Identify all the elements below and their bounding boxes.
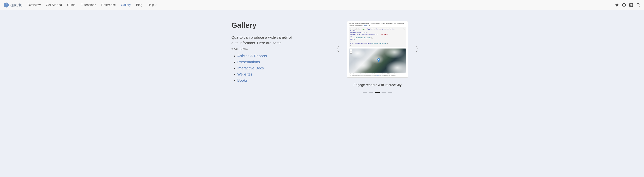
list-item: Books (237, 78, 292, 83)
chevron-down-icon (155, 4, 157, 6)
svg-point-4 (378, 59, 379, 60)
indicator-4[interactable] (388, 92, 392, 93)
nav-help-dropdown[interactable]: Help (148, 3, 157, 7)
carousel: Including Jupyter Widgets within a Quart… (304, 21, 452, 93)
list-item: Websites (237, 72, 292, 76)
intro-text: Quarto can produce a wide variety of out… (231, 35, 292, 51)
carousel-caption: Engage readers with interactivity (354, 83, 402, 87)
card-intro: Including Jupyter Widgets within a Quart… (349, 23, 406, 27)
nav-extensions[interactable]: Extensions (81, 3, 96, 7)
list-item: Articles & Reports (237, 54, 292, 58)
zoom-out-button[interactable]: − (350, 52, 352, 53)
nav-links: Overview Get Started Guide Extensions Re… (28, 3, 157, 7)
nav-get-started[interactable]: Get Started (46, 3, 62, 7)
nav-gallery[interactable]: Gallery (121, 3, 131, 7)
link-books[interactable]: Books (237, 78, 248, 82)
nav-reference[interactable]: Reference (101, 3, 116, 7)
nav-guide[interactable]: Guide (67, 3, 76, 7)
svg-point-2 (637, 3, 640, 6)
chevron-left-icon (336, 46, 340, 52)
chevron-right-icon (415, 46, 419, 52)
map-widget[interactable]: + − (349, 49, 406, 73)
indicator-1[interactable] (369, 92, 374, 93)
carousel-indicators (363, 92, 392, 93)
map-marker-icon[interactable] (377, 58, 380, 63)
map-zoom-controls: + − (350, 49, 352, 54)
brand-name: quarto (10, 3, 22, 8)
code-block: from ipyleaflet import Map, Marker, base… (349, 27, 406, 48)
navbar-left: quarto Overview Get Started Guide Extens… (4, 3, 157, 8)
link-presentations[interactable]: Presentations (237, 60, 260, 64)
indicator-3[interactable] (382, 92, 386, 93)
card-footer: ipyleaflet | Imagery provided by service… (349, 73, 406, 76)
nav-blog[interactable]: Blog (136, 3, 142, 7)
indicator-2[interactable] (375, 92, 380, 93)
zoom-in-button[interactable]: + (350, 49, 352, 52)
link-articles-reports[interactable]: Articles & Reports (237, 54, 267, 58)
list-item: Interactive Docs (237, 66, 292, 70)
quarto-logo-icon (4, 3, 9, 8)
navbar-right (615, 3, 640, 7)
carousel-card[interactable]: Including Jupyter Widgets within a Quart… (347, 21, 408, 78)
carousel-next-button[interactable] (413, 44, 421, 55)
svg-rect-0 (630, 3, 633, 7)
page-title: Gallery (231, 21, 292, 30)
link-websites[interactable]: Websites (237, 72, 252, 76)
leaflet-link[interactable]: Leaflet (364, 25, 368, 26)
navbar: quarto Overview Get Started Guide Extens… (0, 0, 644, 10)
copy-icon[interactable] (404, 28, 405, 30)
indicator-0[interactable] (363, 92, 367, 93)
left-panel: Gallery Quarto can produce a wide variet… (192, 21, 292, 93)
main-content: Gallery Quarto can produce a wide variet… (178, 10, 466, 100)
github-icon[interactable] (622, 3, 626, 7)
brand-logo[interactable]: quarto (4, 3, 22, 8)
gallery-list: Articles & Reports Presentations Interac… (231, 54, 292, 83)
carousel-row: Including Jupyter Widgets within a Quart… (304, 21, 452, 78)
svg-point-1 (630, 5, 631, 6)
search-icon[interactable] (636, 3, 640, 7)
svg-line-3 (639, 6, 640, 7)
carousel-prev-button[interactable] (334, 44, 342, 55)
link-interactive-docs[interactable]: Interactive Docs (237, 66, 264, 70)
esdis-link[interactable]: ESDIS (376, 75, 379, 76)
nav-overview[interactable]: Overview (28, 3, 41, 7)
rss-icon[interactable] (629, 3, 633, 7)
nav-help-label: Help (148, 3, 154, 7)
twitter-icon[interactable] (615, 3, 619, 7)
list-item: Presentations (237, 60, 292, 64)
